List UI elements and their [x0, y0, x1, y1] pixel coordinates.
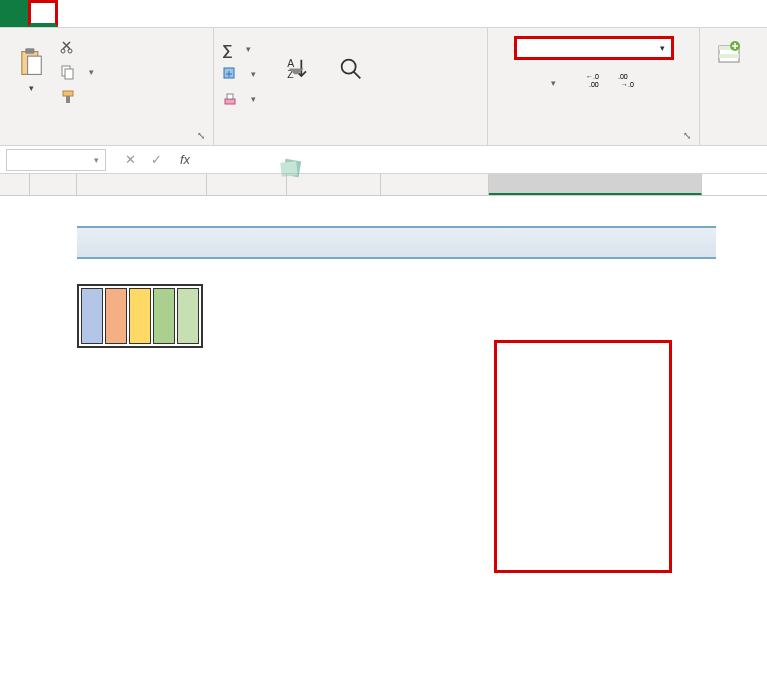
tab-developer[interactable]: [142, 0, 170, 27]
svg-point-4: [68, 49, 72, 53]
svg-text:→.0: →.0: [621, 81, 634, 88]
tab-home[interactable]: [28, 0, 58, 27]
th-percentage: [153, 288, 175, 344]
name-box[interactable]: ▾: [6, 149, 106, 171]
find-select-button[interactable]: [328, 32, 374, 108]
svg-rect-2: [28, 56, 42, 74]
fx-icon[interactable]: fx: [174, 152, 196, 167]
col-header-b[interactable]: [77, 174, 207, 195]
svg-text:A: A: [287, 57, 294, 69]
insert-button[interactable]: [708, 32, 752, 66]
svg-rect-7: [63, 91, 73, 96]
formula-bar: ▾ ✕ ✓ fx: [0, 146, 767, 174]
increase-decimal-button[interactable]: ←.0.00: [586, 72, 608, 90]
th-name: [81, 288, 103, 344]
ribbon-tabs: [0, 0, 767, 28]
cut-button[interactable]: [60, 36, 94, 58]
autosum-button[interactable]: ∑: [222, 38, 256, 60]
worksheet-grid[interactable]: [0, 174, 767, 196]
tab-draw[interactable]: [86, 0, 114, 27]
format-painter-button[interactable]: [60, 86, 94, 108]
number-launcher-icon[interactable]: ⤡: [683, 130, 691, 141]
decrease-decimal-button[interactable]: .00→.0: [618, 72, 640, 90]
col-header-a[interactable]: [30, 174, 77, 195]
highlight-selection: [494, 340, 672, 573]
clear-button[interactable]: [222, 88, 256, 110]
col-header-f[interactable]: [489, 174, 702, 195]
tab-page-layout[interactable]: [170, 0, 198, 27]
accept-formula-button[interactable]: ✓: [146, 152, 166, 167]
col-header-c[interactable]: [207, 174, 287, 195]
svg-rect-10: [225, 99, 235, 104]
svg-text:.00: .00: [618, 73, 628, 80]
col-header-e[interactable]: [381, 174, 489, 195]
watermark: [278, 158, 306, 178]
number-format-dropdown[interactable]: ▾: [514, 36, 674, 60]
svg-text:←.0: ←.0: [586, 73, 599, 80]
svg-rect-24: [280, 161, 297, 177]
th-obtain: [105, 288, 127, 344]
currency-button[interactable]: [548, 73, 556, 89]
clipboard-launcher-icon[interactable]: ⤡: [197, 130, 205, 141]
tab-file[interactable]: [0, 0, 28, 27]
svg-text:.00: .00: [589, 81, 599, 88]
ribbon: ▾ ⤡ ∑: [0, 28, 767, 146]
svg-rect-1: [25, 48, 34, 54]
chevron-down-icon: ▾: [94, 155, 99, 165]
copy-button[interactable]: [60, 61, 94, 83]
select-all-corner[interactable]: [0, 174, 30, 196]
tab-data[interactable]: [114, 0, 142, 27]
tab-formulas[interactable]: [198, 0, 226, 27]
fill-button[interactable]: [222, 63, 256, 85]
paste-button[interactable]: ▾: [8, 32, 54, 108]
chevron-down-icon: ▾: [660, 43, 665, 53]
svg-rect-21: [719, 54, 739, 58]
svg-rect-11: [227, 94, 233, 99]
svg-point-3: [61, 49, 65, 53]
title-banner: [77, 226, 716, 259]
cancel-formula-button[interactable]: ✕: [120, 152, 140, 167]
svg-rect-6: [65, 69, 73, 79]
th-total: [129, 288, 151, 344]
th-percentage-ws: [177, 288, 199, 344]
tab-insert[interactable]: [58, 0, 86, 27]
data-table: [77, 284, 203, 348]
svg-rect-8: [66, 96, 70, 103]
sort-filter-button[interactable]: AZ: [276, 32, 322, 108]
